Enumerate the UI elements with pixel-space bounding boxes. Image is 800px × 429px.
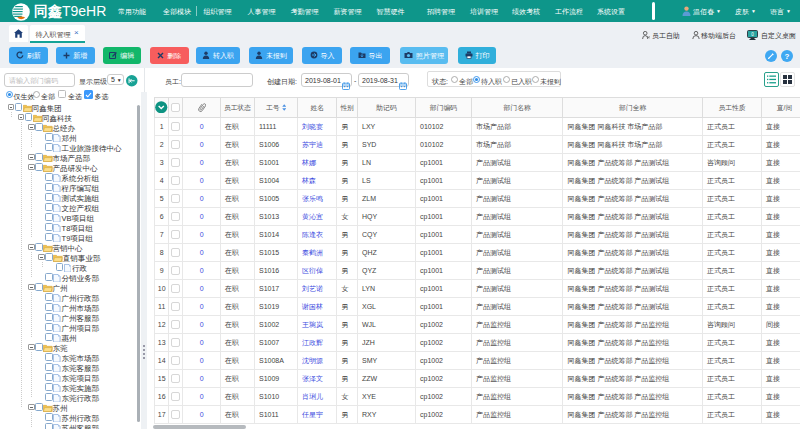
svg-text:?: ? xyxy=(784,52,789,61)
